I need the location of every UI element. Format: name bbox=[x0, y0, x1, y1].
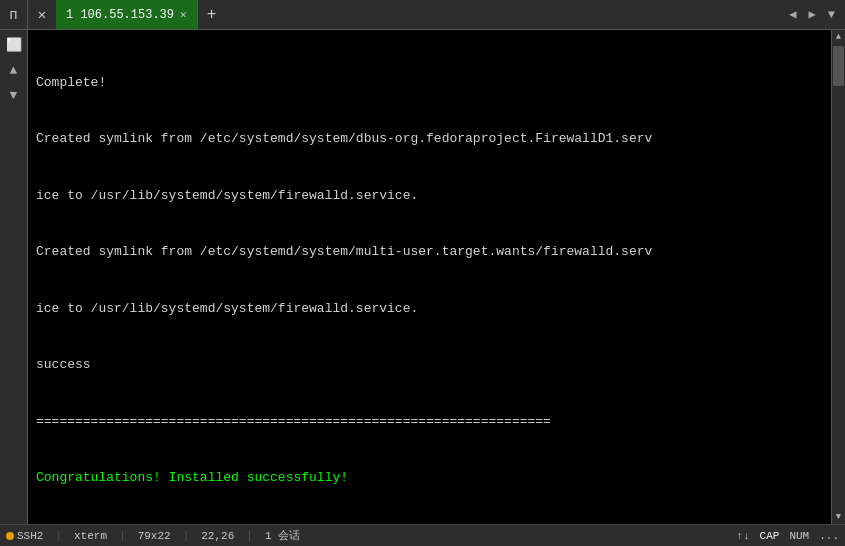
terminal-line-symlink1b: ice to /usr/lib/systemd/system/firewalld… bbox=[36, 187, 823, 206]
main-layout: ⬜ ▲ ▼ Complete! Created symlink from /et… bbox=[0, 30, 845, 524]
terminal-wrapper: Complete! Created symlink from /etc/syst… bbox=[28, 30, 845, 524]
sidebar-scroll-down[interactable]: ▼ bbox=[7, 85, 21, 106]
scrollbar-track bbox=[832, 44, 845, 510]
status-sessions: 1 会话 bbox=[265, 528, 300, 543]
sidebar-scroll-up[interactable]: ▲ bbox=[7, 60, 21, 81]
terminal-line-success: success bbox=[36, 356, 823, 375]
scrollbar-thumb[interactable] bbox=[833, 46, 844, 86]
tab-1[interactable]: 1 106.55.153.39 ✕ bbox=[56, 0, 198, 29]
title-bar-left-icon: п bbox=[0, 0, 28, 29]
terminal-line-symlink1a: Created symlink from /etc/systemd/system… bbox=[36, 130, 823, 149]
scrollbar-down-btn[interactable]: ▼ bbox=[832, 510, 845, 524]
title-bar: п ✕ 1 106.55.153.39 ✕ + ◀ ▶ ▼ bbox=[0, 0, 845, 30]
status-protocol-label: SSH2 bbox=[17, 530, 43, 542]
add-tab-button[interactable]: + bbox=[198, 6, 226, 24]
status-dot bbox=[6, 532, 14, 540]
status-num: NUM bbox=[789, 530, 809, 542]
terminal-congrats: Congratulations! Installed successfully! bbox=[36, 469, 823, 488]
terminal-line-symlink2a: Created symlink from /etc/systemd/system… bbox=[36, 243, 823, 262]
status-protocol: SSH2 bbox=[6, 530, 43, 542]
tab-label: 1 106.55.153.39 bbox=[66, 8, 174, 22]
title-bar-close[interactable]: ✕ bbox=[28, 0, 56, 29]
status-more: ... bbox=[819, 530, 839, 542]
sidebar-icon-top[interactable]: ⬜ bbox=[3, 34, 25, 56]
sidebar: ⬜ ▲ ▼ bbox=[0, 30, 28, 524]
status-divider-4: | bbox=[246, 530, 253, 542]
status-position: 22,26 bbox=[201, 530, 234, 542]
status-divider-2: | bbox=[119, 530, 126, 542]
scrollbar-right: ▲ ▼ bbox=[831, 30, 845, 524]
status-divider-1: | bbox=[55, 530, 62, 542]
title-bar-right: ◀ ▶ ▼ bbox=[785, 5, 845, 24]
tab-close-icon[interactable]: ✕ bbox=[180, 8, 187, 21]
arrow-right-icon[interactable]: ▶ bbox=[805, 5, 820, 24]
tabs-area: 1 106.55.153.39 ✕ + bbox=[56, 0, 785, 29]
status-bar: SSH2 | xterm | 79x22 | 22,26 | 1 会话 ↑↓ C… bbox=[0, 524, 845, 546]
menu-icon[interactable]: ▼ bbox=[824, 6, 839, 24]
terminal-divider-1: ========================================… bbox=[36, 413, 823, 432]
arrow-left-icon[interactable]: ◀ bbox=[785, 5, 800, 24]
status-dimensions: 79x22 bbox=[138, 530, 171, 542]
terminal-line-symlink2b: ice to /usr/lib/systemd/system/firewalld… bbox=[36, 300, 823, 319]
status-divider-3: | bbox=[183, 530, 190, 542]
status-cap: CAP bbox=[760, 530, 780, 542]
status-arrows: ↑↓ bbox=[736, 530, 749, 542]
terminal-line-complete: Complete! bbox=[36, 74, 823, 93]
terminal[interactable]: Complete! Created symlink from /etc/syst… bbox=[28, 30, 831, 524]
status-emulation: xterm bbox=[74, 530, 107, 542]
status-bar-right: ↑↓ CAP NUM ... bbox=[736, 530, 839, 542]
scrollbar-up-btn[interactable]: ▲ bbox=[832, 30, 845, 44]
